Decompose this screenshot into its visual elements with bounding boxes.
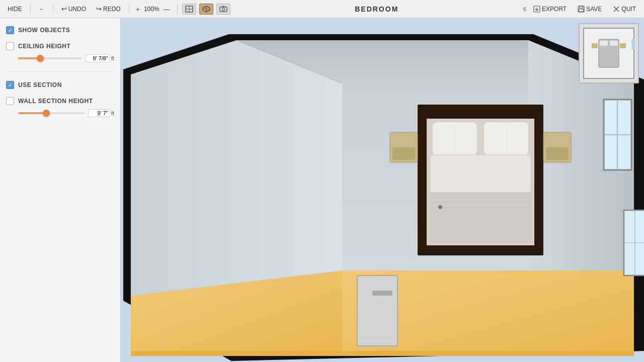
ceiling-height-row: CEILING HEIGHT [6, 42, 114, 50]
separator-1 [30, 4, 31, 14]
toolbar-right: 6 EXPORT SAVE QUIT [523, 4, 640, 14]
wall-section-value: 9' 7" ft [88, 109, 114, 117]
minimap [579, 23, 639, 83]
back-icon: ← [39, 6, 45, 13]
nightstand-left-drawer [392, 147, 415, 160]
bed-headboard [418, 105, 543, 119]
svg-rect-12 [580, 6, 583, 8]
svg-rect-28 [632, 39, 634, 49]
show-objects-checkbox[interactable] [6, 26, 14, 34]
ceiling-height-slider[interactable] [18, 57, 82, 59]
wall-section-slider-row: 9' 7" ft [6, 109, 114, 117]
svg-rect-27 [620, 43, 626, 48]
svg-rect-6 [220, 7, 227, 12]
save-label: SAVE [586, 6, 602, 13]
hide-button[interactable]: HIDE [4, 4, 26, 14]
svg-rect-25 [610, 41, 618, 46]
export-button[interactable]: EXPORT [529, 4, 571, 14]
use-section-label: USE SECTION [18, 81, 62, 88]
undo-label: UNDO [68, 6, 86, 13]
svg-rect-13 [579, 9, 584, 12]
redo-icon: ↪ [96, 5, 102, 13]
undo-button[interactable]: ↩ UNDO [58, 4, 90, 14]
bed-rail-right [534, 105, 543, 255]
bed-footboard [423, 245, 538, 255]
panel-divider [6, 71, 114, 72]
ceiling-height-checkbox[interactable] [6, 42, 14, 50]
duvet-lower [430, 193, 531, 243]
ceiling-height-section: CEILING HEIGHT 8' 7/8" ft [6, 42, 114, 62]
cursor-indicator [438, 205, 442, 209]
duvet-top [430, 155, 531, 195]
view-camera-button[interactable] [216, 4, 230, 15]
quit-button[interactable]: QUIT [609, 4, 640, 14]
undo-icon: ↩ [61, 5, 67, 13]
door-handle [372, 291, 392, 296]
zoom-in-button[interactable]: + [134, 4, 142, 14]
nightstand-right-drawer [546, 147, 569, 160]
ceiling-height-unit: ft [111, 55, 114, 61]
back-button[interactable]: ← [35, 4, 48, 14]
door-area [357, 276, 397, 346]
export-label: EXPORT [542, 6, 567, 13]
bed-rail-left [418, 105, 427, 255]
save-icon [578, 6, 585, 13]
wall-section-unit: ft [111, 110, 114, 116]
left-panel: SHOW OBJECTS CEILING HEIGHT 8' 7/8" ft [0, 18, 121, 362]
show-objects-label: SHOW OBJECTS [18, 27, 70, 34]
wall-section-height-checkbox[interactable] [6, 97, 14, 105]
quit-icon [613, 6, 620, 13]
wall-section-height-row: WALL SECTION HEIGHT [6, 97, 114, 105]
wall-section-height-label: WALL SECTION HEIGHT [18, 98, 93, 105]
separator-3 [129, 4, 129, 14]
camera-icon [219, 6, 227, 13]
wall-section-height-slider[interactable] [18, 112, 85, 114]
view-2d-button[interactable] [182, 4, 196, 15]
save-button[interactable]: SAVE [574, 4, 606, 14]
ceiling-height-input[interactable]: 8' 7/8" [85, 54, 110, 62]
use-section-checkbox[interactable] [6, 81, 14, 89]
ceiling-height-value: 8' 7/8" ft [85, 54, 114, 62]
quit-label: QUIT [621, 6, 636, 13]
viewport[interactable] [121, 18, 644, 362]
redo-label: REDO [103, 6, 121, 13]
svg-rect-26 [592, 43, 598, 48]
wall-section-input[interactable]: 9' 7" [88, 109, 110, 117]
view-3d-icon [202, 6, 210, 13]
room-3d-scene [121, 18, 644, 362]
main-area: SHOW OBJECTS CEILING HEIGHT 8' 7/8" ft [0, 18, 644, 362]
ceiling-height-slider-row: 8' 7/8" ft [6, 54, 114, 62]
use-section-row: USE SECTION [6, 81, 114, 89]
zoom-value: 100% [144, 6, 159, 13]
minimap-svg [580, 24, 638, 82]
hide-label: HIDE [8, 6, 22, 13]
svg-rect-24 [600, 41, 608, 46]
separator-2 [53, 4, 53, 14]
separator-4 [177, 4, 178, 14]
show-objects-row: SHOW OBJECTS [6, 26, 114, 34]
export-icon [533, 6, 540, 13]
toolbar: HIDE ← ↩ UNDO ↪ REDO + 100% — [0, 0, 644, 18]
ceiling-height-label: CEILING HEIGHT [18, 43, 70, 50]
redo-button[interactable]: ↪ REDO [93, 4, 124, 14]
view-3d-button[interactable] [199, 4, 213, 15]
page-title: BEDROOM [233, 5, 520, 13]
zoom-controls: + 100% — [134, 4, 173, 14]
zoom-out-button[interactable]: — [162, 4, 173, 14]
notification-count: 6 [523, 6, 526, 12]
floor-bottom [131, 351, 634, 356]
wall-section-height-section: WALL SECTION HEIGHT 9' 7" ft [6, 97, 114, 117]
view-2d-icon [185, 6, 193, 13]
svg-point-7 [222, 8, 224, 11]
